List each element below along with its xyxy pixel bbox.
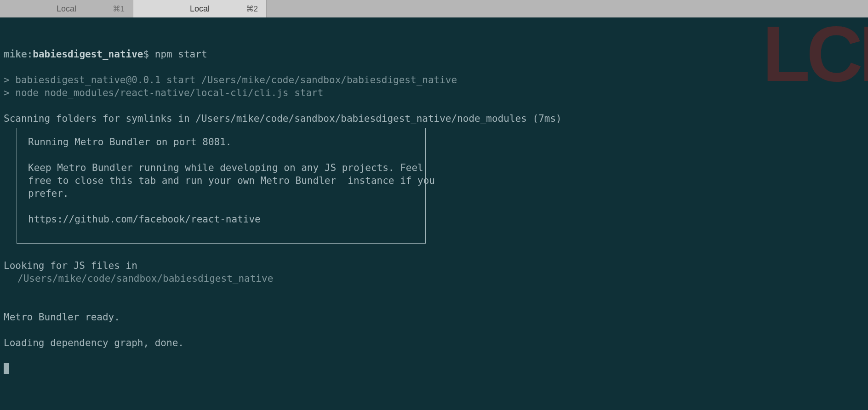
watermark-text: LCI bbox=[762, 47, 868, 60]
terminal-cursor bbox=[4, 363, 9, 374]
box-line: free to close this tab and run your own … bbox=[28, 175, 435, 186]
prompt-path: babiesdigest_native bbox=[33, 49, 143, 60]
output-line: > babiesdigest_native@0.0.1 start /Users… bbox=[4, 74, 457, 85]
output-line: > node node_modules/react-native/local-c… bbox=[4, 87, 323, 98]
metro-info-box: Running Metro Bundler on port 8081. Keep… bbox=[17, 128, 426, 244]
tab-shortcut: ⌘2 bbox=[246, 4, 258, 14]
output-line: Metro Bundler ready. bbox=[4, 312, 120, 323]
tab-local-1[interactable]: Local ⌘1 bbox=[0, 0, 133, 17]
command-text: npm start bbox=[155, 49, 207, 60]
box-line: prefer. bbox=[28, 188, 69, 199]
prompt-symbol: $ bbox=[143, 49, 149, 60]
output-line: Loading dependency graph, done. bbox=[4, 337, 184, 348]
prompt-sep: : bbox=[27, 49, 33, 60]
tab-bar-filler bbox=[267, 0, 868, 17]
output-line: Looking for JS files in bbox=[4, 260, 137, 271]
output-path: /Users/mike/code/sandbox/babiesdigest_na… bbox=[4, 272, 864, 285]
tab-local-2[interactable]: Local ⌘2 bbox=[133, 0, 267, 17]
box-line: Running Metro Bundler on port 8081. bbox=[28, 137, 232, 148]
box-line: https://github.com/facebook/react-native bbox=[28, 214, 261, 225]
tab-shortcut: ⌘1 bbox=[113, 4, 125, 14]
tab-bar: Local ⌘1 Local ⌘2 bbox=[0, 0, 868, 17]
output-line: Scanning folders for symlinks in /Users/… bbox=[4, 113, 562, 124]
terminal-area[interactable]: LCI mike:babiesdigest_native$ npm start … bbox=[0, 17, 868, 379]
prompt-user: mike bbox=[4, 49, 27, 60]
box-line: Keep Metro Bundler running while develop… bbox=[28, 162, 423, 173]
